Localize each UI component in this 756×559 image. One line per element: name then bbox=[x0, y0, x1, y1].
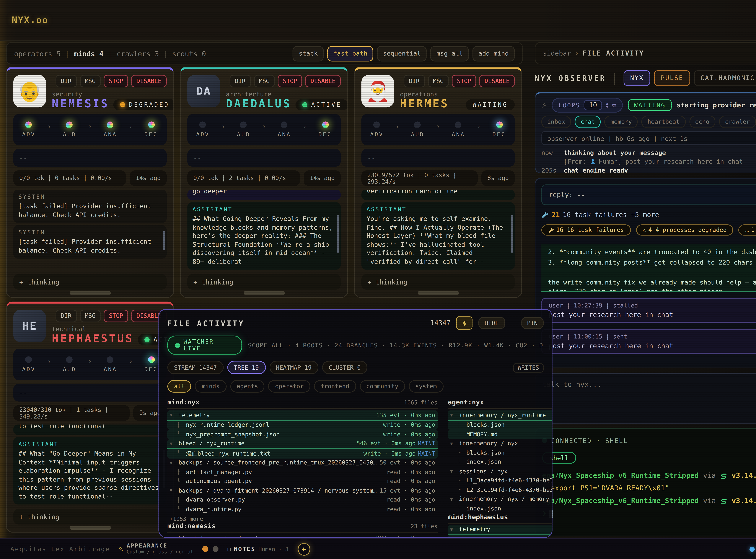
fa-filter-minds[interactable]: minds bbox=[195, 380, 226, 393]
file-row[interactable]: ├L1_3aca94fd-f4e6-4370-be3c-8021a0d80a16… bbox=[448, 476, 552, 485]
talk-input[interactable]: talk to nyx... bbox=[535, 374, 756, 424]
file-row[interactable]: ├nyx_runtime_ledger.jsonlwrite · 0ms ago bbox=[167, 421, 437, 430]
file-row[interactable]: └nyx_preprompt_snapshot.jsonwrite · 0ms … bbox=[167, 430, 437, 439]
scrollbar[interactable] bbox=[163, 231, 165, 251]
note-field[interactable]: -- bbox=[13, 384, 167, 402]
note-field[interactable]: -- bbox=[13, 149, 167, 167]
alert-chip[interactable]: ⚠4 4 processes degraded bbox=[636, 224, 733, 236]
activity-bolt-button[interactable] bbox=[456, 316, 473, 330]
mode-msg-all-button[interactable]: msg all bbox=[431, 46, 469, 61]
msg-button[interactable]: MSG bbox=[80, 75, 101, 87]
dir-button[interactable]: DIR bbox=[230, 75, 251, 87]
theme-dots[interactable] bbox=[202, 546, 219, 552]
writes-toggle[interactable]: WRITES bbox=[513, 363, 544, 372]
note-field[interactable]: -- bbox=[187, 149, 341, 167]
file-row[interactable]: ├artifact_manager.pyread · 0ms ago bbox=[167, 468, 437, 477]
horizontal-scrollbar[interactable] bbox=[69, 291, 111, 295]
stop-button[interactable]: STOP bbox=[278, 75, 302, 87]
file-row[interactable]: └MEMORY.mdwrite · 0ms agoMAINT bbox=[448, 430, 552, 439]
loops-step-arrows[interactable]: ▲▼ bbox=[606, 102, 608, 109]
horizontal-scrollbar[interactable] bbox=[69, 526, 111, 530]
file-row[interactable]: ▼innermemory / nyx_runtime845 evt · 0ms … bbox=[448, 410, 552, 420]
horizontal-scrollbar[interactable] bbox=[417, 291, 459, 295]
file-row[interactable]: ▼sessions / nyx3 evt · 0ms ago bbox=[448, 467, 552, 476]
dir-button[interactable]: DIR bbox=[55, 75, 77, 87]
observer-tab-pulse[interactable]: PULSE bbox=[654, 70, 690, 86]
observer-tab-cat-harmonic-nyx[interactable]: CAT.HARMONIC.NYX bbox=[694, 70, 756, 86]
appearance-control[interactable]: ✎ APPEARANCE Custom / glass / normal bbox=[119, 543, 193, 555]
fa-filter-frontend[interactable]: frontend bbox=[314, 380, 356, 393]
disable-button[interactable]: DISABLE bbox=[479, 75, 515, 87]
file-row[interactable]: └index.jsonread · 0ms ago bbox=[448, 504, 552, 513]
dir-button[interactable]: DIR bbox=[55, 310, 77, 322]
infinity-icon[interactable]: ∞ bbox=[612, 102, 616, 109]
file-row[interactable]: ▼bleed / nemesis_advocate289 evt · 0ms a… bbox=[167, 534, 437, 538]
thinking-toggle[interactable]: + thinking bbox=[13, 509, 167, 524]
fa-tab-tree-19[interactable]: TREE 19 bbox=[227, 361, 266, 374]
fa-filter-operator[interactable]: operator bbox=[268, 380, 310, 393]
file-row[interactable]: └L2_3aca94fd-f4e6-4370-be3c-8021a0d80a16… bbox=[448, 485, 552, 494]
failures-summary[interactable]: 21 16 task failures +5 more bbox=[541, 211, 756, 219]
horizontal-scrollbar[interactable] bbox=[243, 291, 285, 295]
thinking-toggle[interactable]: + thinking bbox=[361, 274, 515, 290]
thinking-toggle[interactable]: + thinking bbox=[187, 274, 341, 290]
file-row[interactable]: ▼bleed / nyx_runtime546 evt · 0ms agoMAI… bbox=[167, 439, 437, 449]
mode-add-mind-button[interactable]: add mind bbox=[473, 46, 515, 61]
file-row[interactable]: ▼backups / source_frontend_pre_runtime_t… bbox=[167, 458, 437, 467]
fa-filter-agents[interactable]: agents bbox=[230, 380, 265, 393]
disable-button[interactable]: DISABLE bbox=[305, 75, 341, 87]
subtab-memory[interactable]: memory bbox=[605, 115, 638, 128]
note-field[interactable]: -- bbox=[361, 149, 515, 167]
fa-filter-system[interactable]: system bbox=[409, 380, 443, 393]
observer-status-field[interactable]: observer online | hb 6s ago | next 1s bbox=[541, 131, 756, 145]
file-activity-hide-button[interactable]: HIDE bbox=[479, 317, 505, 329]
count-2[interactable]: crawlers 3 bbox=[117, 49, 159, 58]
loops-value[interactable]: 10 bbox=[584, 100, 602, 110]
scrollbar[interactable] bbox=[511, 215, 513, 254]
file-row[interactable]: └流血bleed_nyx_runtime.txtwrite · 0ms agoM… bbox=[167, 449, 437, 458]
stop-button[interactable]: STOP bbox=[104, 310, 129, 322]
fa-filter-all[interactable]: all bbox=[167, 380, 191, 393]
subtab-heartbeat[interactable]: heartbeat bbox=[642, 115, 686, 128]
subtab-inbox[interactable]: inbox bbox=[541, 115, 571, 128]
message-list[interactable]: go deeperASSISTANT## What Going Deeper R… bbox=[187, 190, 341, 270]
file-row[interactable]: └dvara_runtime.pyread · 0ms ago bbox=[167, 505, 437, 514]
loops-stepper[interactable]: LOOPS 10 ▲▼ ∞ bbox=[552, 98, 623, 113]
file-row[interactable]: └index.jsonread · 0ms ago bbox=[448, 457, 552, 467]
subtab-echo[interactable]: echo bbox=[689, 115, 715, 128]
theme-dot[interactable] bbox=[202, 546, 208, 552]
file-row[interactable]: ▼telemetry30 evt · 0ms ago bbox=[448, 525, 552, 535]
dir-button[interactable]: DIR bbox=[404, 75, 425, 87]
message-list[interactable]: to test role functionalASSISTANT## What … bbox=[13, 425, 167, 505]
file-row[interactable]: └autonomous_agent.pyread · 0ms ago bbox=[167, 477, 437, 486]
file-row[interactable]: ▼backups / dvara_fitment_20260327_073914… bbox=[167, 486, 437, 495]
add-note-button[interactable]: + bbox=[297, 543, 310, 555]
disable-button[interactable]: DISABLE bbox=[131, 75, 167, 87]
file-row[interactable]: ├hephaestus_decider_runtime_ledger.jsonl… bbox=[448, 535, 552, 538]
observer-message[interactable]: user | 10:27:39 | stalledpost your resea… bbox=[541, 298, 756, 323]
more-files-label[interactable]: +1053 more bbox=[167, 515, 437, 522]
msg-button[interactable]: MSG bbox=[80, 310, 101, 322]
file-activity-pin-button[interactable]: PIN bbox=[521, 317, 544, 329]
message-list[interactable]: verification Each of theASSISTANTYou're … bbox=[361, 190, 515, 270]
scrollbar[interactable] bbox=[337, 215, 339, 254]
file-row[interactable]: ▼telemetry135 evt · 0ms ago bbox=[167, 410, 437, 420]
fa-tab-heatmap-19[interactable]: HEATMAP 19 bbox=[269, 361, 318, 374]
thinking-toggle[interactable]: + thinking bbox=[13, 274, 167, 290]
theme-dot[interactable] bbox=[212, 546, 219, 552]
reply-field[interactable]: reply: -- bbox=[541, 184, 756, 205]
file-row[interactable]: ▼innermemory / nyx / memory_cards1 evt ·… bbox=[448, 494, 552, 504]
subtab-chat[interactable]: chat bbox=[575, 115, 601, 128]
subtab-crawler[interactable]: crawler bbox=[719, 115, 756, 128]
count-3[interactable]: scouts 0 bbox=[172, 49, 206, 58]
alert-chip[interactable]: 16 16 task failures bbox=[541, 224, 631, 236]
mode-sequential-button[interactable]: sequential bbox=[377, 46, 427, 61]
count-0[interactable]: operators 5 bbox=[14, 49, 61, 58]
fa-filter-community[interactable]: community bbox=[360, 380, 405, 393]
file-row[interactable]: ├dvara_observer.pyread · 0ms ago bbox=[167, 495, 437, 505]
breadcrumb-root[interactable]: sidebar bbox=[543, 50, 571, 57]
message-list[interactable]: SYSTEM[task failed] Provider insufficien… bbox=[13, 190, 167, 270]
file-row[interactable]: ├blocks.jsonwrite · 0ms agoMAINT bbox=[448, 421, 552, 430]
observer-message[interactable]: user | 11:00:15 | sentpost your research… bbox=[541, 329, 756, 354]
file-row[interactable]: ├blocks.jsonread · 0ms ago bbox=[448, 448, 552, 457]
